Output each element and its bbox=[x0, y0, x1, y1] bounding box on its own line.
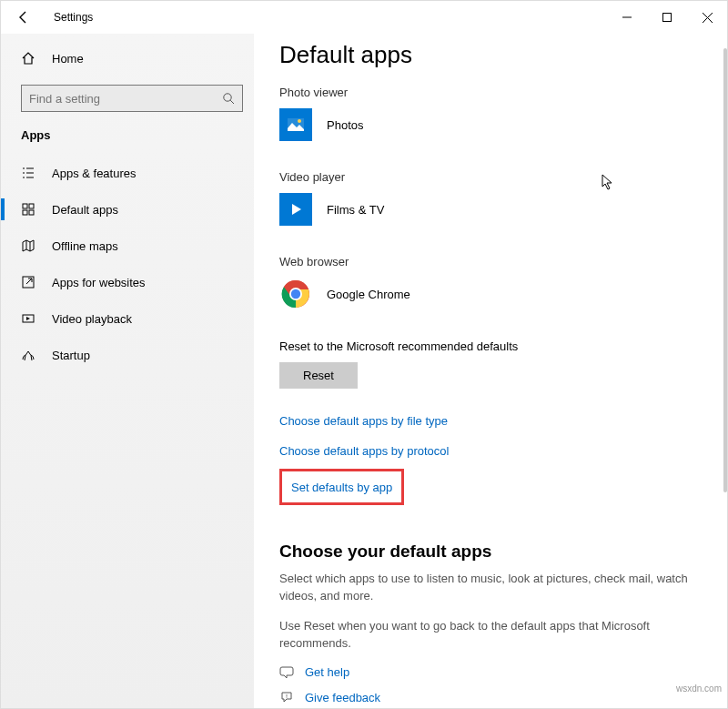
svg-rect-7 bbox=[29, 204, 34, 208]
maximize-button[interactable] bbox=[647, 4, 687, 31]
help-icon bbox=[279, 664, 294, 679]
startup-icon bbox=[21, 348, 35, 362]
give-feedback-row[interactable]: Give feedback bbox=[279, 690, 705, 704]
search-field[interactable] bbox=[29, 92, 211, 106]
chrome-icon bbox=[279, 278, 312, 310]
feedback-icon bbox=[279, 690, 294, 704]
svg-point-4 bbox=[224, 94, 231, 101]
give-feedback-link[interactable]: Give feedback bbox=[305, 691, 380, 704]
page-title: Default apps bbox=[279, 41, 705, 69]
sidebar-item-startup[interactable]: Startup bbox=[1, 337, 254, 373]
sidebar-item-apps-websites[interactable]: Apps for websites bbox=[1, 264, 254, 300]
home-icon bbox=[21, 51, 35, 66]
app-name: Films & TV bbox=[327, 203, 384, 217]
get-help-row[interactable]: Get help bbox=[279, 664, 705, 679]
svg-rect-6 bbox=[23, 204, 27, 208]
scrollbar[interactable] bbox=[723, 48, 727, 492]
svg-rect-8 bbox=[23, 210, 27, 215]
sidebar-item-label: Apps & features bbox=[52, 167, 136, 180]
app-video-player[interactable]: Films & TV bbox=[279, 193, 705, 226]
category-web-label: Web browser bbox=[279, 255, 705, 268]
open-icon bbox=[21, 275, 35, 289]
svg-point-17 bbox=[286, 695, 287, 696]
app-web-browser[interactable]: Google Chrome bbox=[279, 278, 705, 310]
reset-button[interactable]: Reset bbox=[279, 362, 358, 389]
sidebar-item-label: Offline maps bbox=[52, 239, 118, 253]
choose-desc2: Use Reset when you want to go back to th… bbox=[279, 618, 698, 653]
watermark: wsxdn.com bbox=[676, 684, 722, 694]
svg-point-16 bbox=[291, 289, 300, 299]
sidebar-section-label: Apps bbox=[1, 116, 254, 147]
app-photo-viewer[interactable]: Photos bbox=[279, 108, 705, 141]
get-help-link[interactable]: Get help bbox=[305, 665, 349, 679]
link-by-app[interactable]: Set defaults by app bbox=[291, 481, 392, 494]
category-photo-label: Photo viewer bbox=[279, 86, 705, 99]
close-button[interactable] bbox=[687, 4, 727, 31]
sidebar: Home Apps Apps & features Default apps O… bbox=[1, 34, 254, 708]
films-icon bbox=[279, 193, 312, 226]
svg-point-13 bbox=[298, 119, 301, 123]
svg-rect-9 bbox=[29, 210, 34, 215]
link-by-file-type[interactable]: Choose default apps by file type bbox=[279, 414, 705, 428]
reset-description: Reset to the Microsoft recommended defau… bbox=[279, 339, 705, 353]
sidebar-item-default-apps[interactable]: Default apps bbox=[1, 191, 254, 228]
sidebar-item-label: Default apps bbox=[52, 203, 118, 217]
window-title: Settings bbox=[54, 11, 93, 24]
svg-rect-1 bbox=[663, 14, 672, 22]
photos-icon bbox=[279, 108, 312, 141]
choose-heading: Choose your default apps bbox=[279, 542, 705, 562]
svg-line-5 bbox=[230, 100, 234, 104]
app-name: Photos bbox=[327, 118, 363, 132]
choose-desc1: Select which apps to use to listen to mu… bbox=[279, 571, 698, 605]
home-label: Home bbox=[52, 52, 84, 66]
minimize-button[interactable] bbox=[607, 4, 647, 31]
sidebar-item-label: Apps for websites bbox=[52, 276, 146, 289]
back-button[interactable] bbox=[14, 7, 34, 27]
video-icon bbox=[21, 311, 35, 326]
list-icon bbox=[21, 166, 35, 180]
sidebar-item-label: Startup bbox=[52, 349, 90, 362]
map-icon bbox=[21, 238, 35, 253]
app-name: Google Chrome bbox=[327, 288, 410, 301]
sidebar-item-apps-features[interactable]: Apps & features bbox=[1, 155, 254, 191]
sidebar-item-video-playback[interactable]: Video playback bbox=[1, 300, 254, 337]
search-input[interactable] bbox=[21, 85, 243, 112]
sidebar-item-label: Video playback bbox=[52, 312, 132, 326]
sidebar-item-home[interactable]: Home bbox=[1, 41, 254, 76]
search-icon bbox=[222, 92, 235, 105]
cursor-icon bbox=[602, 174, 614, 190]
sidebar-item-offline-maps[interactable]: Offline maps bbox=[1, 228, 254, 264]
defaults-icon bbox=[21, 202, 35, 217]
main-content: Default apps Photo viewer Photos Video p… bbox=[254, 34, 727, 708]
category-video-label: Video player bbox=[279, 170, 705, 184]
link-by-protocol[interactable]: Choose default apps by protocol bbox=[279, 444, 705, 458]
highlight-box: Set defaults by app bbox=[279, 469, 404, 505]
